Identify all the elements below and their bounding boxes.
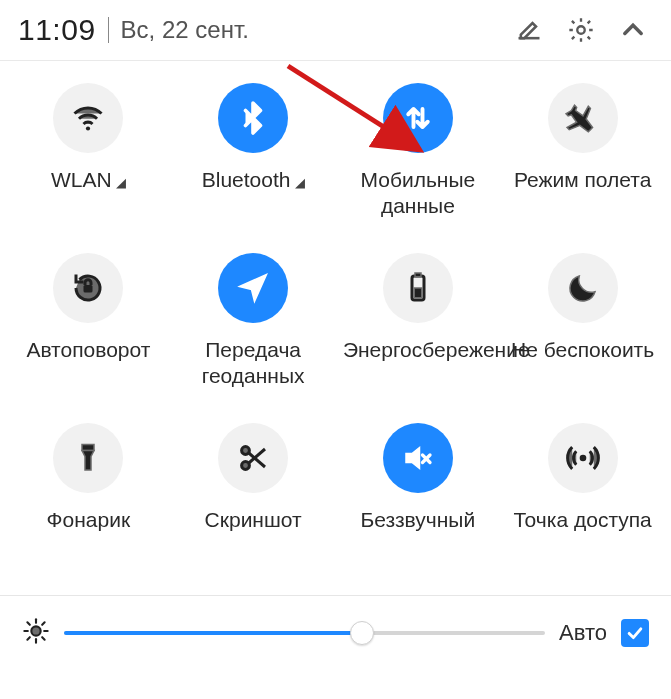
svg-rect-2 — [84, 285, 93, 293]
tile-airplane[interactable]: Режим полета — [500, 83, 665, 253]
tile-label: Точка доступа — [513, 507, 651, 533]
tile-label: Не беспокоить — [511, 337, 654, 363]
location-icon — [218, 253, 288, 323]
tile-label: Мобильные данные — [343, 167, 493, 220]
svg-line-21 — [27, 637, 29, 639]
tile-label: WLAN◢ — [51, 167, 126, 193]
svg-point-1 — [86, 126, 90, 130]
airplane-icon — [548, 83, 618, 153]
tile-power-save[interactable]: Энергосбережение — [336, 253, 501, 423]
tile-mute[interactable]: Беззвучный — [336, 423, 501, 593]
brightness-icon — [22, 617, 50, 649]
svg-line-22 — [42, 622, 44, 624]
tile-label: Передача геоданных — [178, 337, 328, 390]
settings-gear-icon[interactable] — [561, 10, 601, 50]
scissors-icon — [218, 423, 288, 493]
tile-label: Беззвучный — [361, 507, 476, 533]
edit-icon[interactable] — [509, 10, 549, 50]
svg-line-20 — [42, 637, 44, 639]
mobile-data-icon — [383, 83, 453, 153]
tile-location[interactable]: Передача геоданных — [171, 253, 336, 423]
tile-flashlight[interactable]: Фонарик — [6, 423, 171, 593]
svg-point-13 — [579, 455, 586, 462]
tile-label: Автоповорот — [26, 337, 150, 363]
svg-rect-5 — [414, 288, 422, 298]
bluetooth-icon — [218, 83, 288, 153]
tile-dnd[interactable]: Не беспокоить — [500, 253, 665, 423]
clock-time: 11:09 — [18, 13, 96, 47]
divider — [108, 17, 109, 43]
tile-label: Режим полета — [514, 167, 651, 193]
slider-thumb[interactable] — [350, 621, 374, 645]
tile-label: Скриншот — [205, 507, 302, 533]
tile-label: Фонарик — [47, 507, 131, 533]
tile-hotspot[interactable]: Точка доступа — [500, 423, 665, 593]
speaker-mute-icon — [383, 423, 453, 493]
auto-brightness-checkbox[interactable] — [621, 619, 649, 647]
brightness-row: Авто — [0, 595, 671, 659]
tile-mobile-data[interactable]: Мобильные данные — [336, 83, 501, 253]
status-bar: 11:09 Вс, 22 сент. — [0, 0, 671, 61]
svg-point-0 — [577, 26, 584, 33]
svg-rect-4 — [415, 273, 421, 277]
svg-rect-6 — [82, 445, 94, 451]
tile-label: Bluetooth◢ — [202, 167, 305, 193]
collapse-chevron-icon[interactable] — [613, 10, 653, 50]
tile-label: Энергосбережение — [343, 337, 493, 363]
flashlight-icon — [53, 423, 123, 493]
hotspot-icon — [548, 423, 618, 493]
svg-point-14 — [31, 626, 40, 635]
battery-icon — [383, 253, 453, 323]
tile-bluetooth[interactable]: Bluetooth◢ — [171, 83, 336, 253]
tile-auto-rotate[interactable]: Автоповорот — [6, 253, 171, 423]
clock-date: Вс, 22 сент. — [121, 16, 249, 44]
slider-fill — [64, 631, 362, 635]
tile-screenshot[interactable]: Скриншот — [171, 423, 336, 593]
moon-icon — [548, 253, 618, 323]
brightness-slider[interactable] — [64, 615, 545, 651]
auto-brightness-label: Авто — [559, 620, 607, 646]
tile-wlan[interactable]: WLAN◢ — [6, 83, 171, 253]
wifi-icon — [53, 83, 123, 153]
svg-line-19 — [27, 622, 29, 624]
quick-settings-grid: WLAN◢ Bluetooth◢ Мобильные данные Режим … — [0, 61, 671, 595]
rotate-lock-icon — [53, 253, 123, 323]
